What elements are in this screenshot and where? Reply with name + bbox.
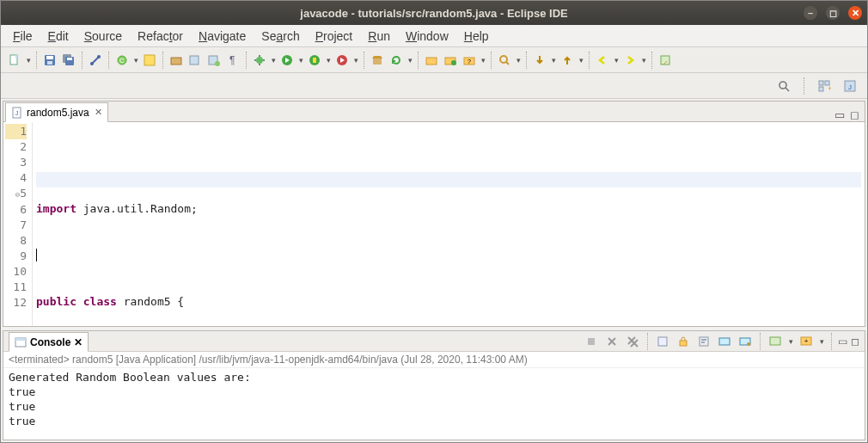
menu-source[interactable]: Source — [77, 27, 129, 46]
open-folder-dropdown-icon[interactable]: ▾ — [480, 52, 486, 69]
svg-rect-12 — [144, 55, 155, 65]
back-icon[interactable] — [594, 52, 611, 69]
display-console-icon[interactable] — [767, 333, 784, 350]
open-task-icon[interactable] — [423, 52, 440, 69]
save-all-icon[interactable] — [60, 52, 77, 69]
svg-rect-32 — [819, 81, 823, 85]
search-tool-dropdown-icon[interactable]: ▾ — [515, 52, 522, 69]
remove-launch-icon[interactable] — [603, 333, 620, 350]
refresh-dropdown-icon[interactable]: ▾ — [406, 52, 413, 69]
window-titlebar: javacode - tutorials/src/random5.java - … — [1, 1, 867, 25]
svg-rect-21 — [313, 58, 316, 63]
minimize-pane-icon[interactable]: ▭ — [834, 108, 845, 121]
prev-ann-dropdown-icon[interactable]: ▾ — [578, 52, 584, 69]
svg-point-8 — [90, 62, 94, 65]
prev-annotation-icon[interactable] — [559, 52, 576, 69]
next-ann-dropdown-icon[interactable]: ▾ — [550, 52, 557, 69]
window-close-button[interactable]: ✕ — [848, 6, 862, 20]
save-icon[interactable] — [41, 52, 58, 69]
console-tab[interactable]: Console ✕ — [9, 332, 89, 352]
run-last-dropdown-icon[interactable]: ▾ — [352, 52, 359, 69]
debug-dropdown-icon[interactable]: ▾ — [270, 52, 277, 69]
open-console-dropdown-icon[interactable]: ▾ — [818, 333, 825, 350]
forward-dropdown-icon[interactable]: ▾ — [640, 52, 647, 69]
scroll-lock-icon[interactable] — [675, 333, 692, 350]
new-dropdown-icon[interactable]: ▾ — [25, 52, 32, 69]
terminate-icon[interactable] — [583, 333, 600, 350]
show-console-icon[interactable] — [716, 333, 733, 350]
open-resource-icon[interactable] — [442, 52, 459, 69]
svg-rect-7 — [67, 58, 72, 60]
perspective-toolbar: + J — [1, 73, 867, 99]
console-output[interactable]: Generated Random Boolean values are: tru… — [3, 368, 865, 440]
coverage-dropdown-icon[interactable]: ▾ — [325, 52, 332, 69]
new-icon[interactable] — [6, 52, 23, 69]
svg-rect-42 — [588, 338, 595, 345]
code-area[interactable]: import java.util.Random; public class ra… — [33, 122, 865, 326]
svg-rect-24 — [426, 58, 437, 65]
menu-project[interactable]: Project — [309, 27, 360, 46]
toggle-mark-icon[interactable] — [141, 52, 158, 69]
menu-window[interactable]: Window — [399, 27, 455, 46]
open-type-dropdown-icon[interactable]: ▾ — [132, 52, 139, 69]
forward-icon[interactable] — [621, 52, 639, 69]
menu-run[interactable]: Run — [361, 27, 397, 46]
console-minimize-icon[interactable]: ▭ — [838, 335, 847, 348]
clear-console-icon[interactable] — [654, 333, 671, 350]
next-annotation-icon[interactable] — [531, 52, 548, 69]
svg-text:+: + — [828, 84, 831, 93]
remove-all-icon[interactable] — [624, 333, 641, 350]
pin-editor-icon[interactable] — [657, 52, 674, 69]
svg-text:¶: ¶ — [229, 54, 235, 66]
menu-search[interactable]: Search — [254, 27, 306, 46]
menu-help[interactable]: Help — [457, 27, 496, 46]
menu-file[interactable]: File — [6, 27, 40, 46]
svg-text:C: C — [119, 57, 125, 65]
run-dropdown-icon[interactable]: ▾ — [297, 52, 304, 69]
search-tool-icon[interactable] — [496, 52, 513, 69]
quick-access-search-icon[interactable] — [775, 77, 792, 95]
run-icon[interactable] — [278, 52, 296, 69]
window-title: javacode - tutorials/src/random5.java - … — [1, 7, 867, 20]
new-class-icon[interactable] — [186, 52, 204, 69]
display-console-dropdown-icon[interactable]: ▾ — [787, 333, 794, 350]
maximize-pane-icon[interactable]: ◻ — [850, 108, 859, 121]
line-gutter: 1 2 3 4 ⊖5 6 7 8 9 10 11 12 — [3, 122, 33, 326]
window-maximize-button[interactable]: ◻ — [826, 6, 840, 20]
svg-point-26 — [451, 60, 456, 65]
gutter-line-5: ⊖5 — [5, 186, 27, 202]
console-maximize-icon[interactable]: ◻ — [851, 335, 859, 348]
menu-navigate[interactable]: Navigate — [192, 27, 253, 46]
svg-point-31 — [779, 82, 786, 89]
link-icon[interactable] — [87, 52, 104, 69]
java-perspective-icon[interactable]: J — [841, 77, 859, 95]
console-tab-close-icon[interactable]: ✕ — [74, 336, 83, 348]
code-line-1: import java.util.Random; — [36, 201, 861, 217]
run-last-icon[interactable] — [333, 52, 351, 69]
gutter-line-12: 12 — [5, 295, 27, 311]
new-class2-icon[interactable] — [205, 52, 223, 69]
open-console-icon[interactable]: + — [798, 333, 815, 350]
menu-refactor[interactable]: Refactor — [131, 27, 190, 46]
new-package-icon[interactable] — [168, 52, 185, 69]
open-perspective-icon[interactable]: + — [816, 77, 833, 95]
svg-rect-3 — [46, 56, 53, 59]
coverage-icon[interactable] — [306, 52, 323, 69]
svg-rect-41 — [15, 338, 26, 341]
editor-tab-random5[interactable]: J random5.java ✕ — [5, 102, 108, 122]
back-dropdown-icon[interactable]: ▾ — [613, 52, 620, 69]
pilcrow-icon[interactable]: ¶ — [224, 52, 241, 69]
svg-rect-45 — [700, 337, 708, 346]
menu-edit[interactable]: Edit — [41, 27, 76, 46]
window-minimize-button[interactable]: – — [804, 6, 817, 20]
svg-rect-46 — [719, 338, 730, 345]
word-wrap-icon[interactable] — [695, 333, 712, 350]
pin-console-icon[interactable] — [737, 333, 754, 350]
editor-tab-close-icon[interactable]: ✕ — [95, 107, 102, 118]
open-folder-icon[interactable]: ? — [461, 52, 478, 69]
editor-body[interactable]: 1 2 3 4 ⊖5 6 7 8 9 10 11 12 import java.… — [3, 122, 865, 326]
build-icon[interactable] — [369, 52, 386, 69]
open-type-icon[interactable]: C — [113, 52, 131, 69]
debug-icon[interactable] — [251, 52, 268, 69]
refresh-icon[interactable] — [388, 52, 405, 69]
